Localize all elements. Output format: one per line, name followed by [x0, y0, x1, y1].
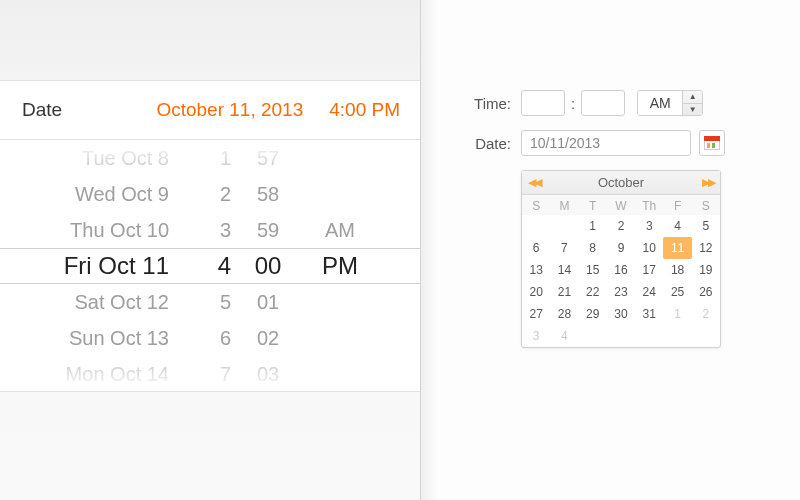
picker-hour-option[interactable]: 2 — [185, 176, 231, 212]
calendar-next-icon[interactable]: ▶▶ — [702, 176, 714, 189]
calendar-day[interactable]: 16 — [607, 259, 635, 281]
calendar-day[interactable]: 1 — [579, 215, 607, 237]
date-summary-row[interactable]: Date October 11, 2013 4:00 PM — [0, 80, 420, 140]
picker-minute-option[interactable]: 02 — [238, 320, 298, 356]
picker-hour-option[interactable]: 7 — [185, 356, 231, 392]
calendar-day[interactable]: 18 — [663, 259, 691, 281]
calendar-day-other-month[interactable]: 1 — [663, 303, 691, 325]
picker-hour-option[interactable]: 5 — [185, 284, 231, 320]
picker-hour-option-selected[interactable]: 4 — [185, 248, 231, 284]
calendar-day-selected[interactable]: 11 — [663, 237, 691, 259]
calendar-day[interactable]: 5 — [692, 215, 720, 237]
picker-columns: Tue Oct 8 Wed Oct 9 Thu Oct 10 Fri Oct 1… — [0, 140, 420, 392]
picker-ampm-option[interactable] — [310, 176, 370, 212]
picker-ampm-option[interactable] — [310, 140, 370, 176]
picker-minute-option-selected[interactable]: 00 — [238, 248, 298, 284]
picker-hour-option[interactable]: 1 — [185, 140, 231, 176]
stepper-down-icon[interactable]: ▼ — [683, 104, 702, 116]
calendar-day[interactable]: 19 — [692, 259, 720, 281]
calendar-day[interactable]: 9 — [607, 237, 635, 259]
picker-minute-option[interactable]: 59 — [238, 212, 298, 248]
picker-day-option[interactable]: Mon Oct 14 — [0, 356, 169, 392]
date-row: Date: — [461, 130, 800, 156]
calendar-day[interactable]: 27 — [522, 303, 550, 325]
calendar-day[interactable]: 3 — [635, 215, 663, 237]
calendar-day[interactable]: 22 — [579, 281, 607, 303]
calendar-day[interactable]: 12 — [692, 237, 720, 259]
date-row-label: Date — [22, 99, 62, 121]
calendar-day[interactable]: 30 — [607, 303, 635, 325]
calendar-day[interactable]: 6 — [522, 237, 550, 259]
ampm-value[interactable]: AM — [638, 91, 682, 115]
picker-ampm-column[interactable]: AM PM — [310, 140, 370, 392]
calendar-day[interactable]: 31 — [635, 303, 663, 325]
picker-day-option[interactable]: Sat Oct 12 — [0, 284, 169, 320]
calendar-day[interactable]: 17 — [635, 259, 663, 281]
calendar-day[interactable]: 14 — [550, 259, 578, 281]
picker-ampm-option-selected[interactable]: PM — [310, 248, 370, 284]
calendar-day[interactable]: 21 — [550, 281, 578, 303]
calendar-day[interactable]: 8 — [579, 237, 607, 259]
open-calendar-button[interactable] — [699, 130, 725, 156]
calendar-dow: S — [692, 195, 720, 215]
calendar-day[interactable]: 7 — [550, 237, 578, 259]
picker-hour-option[interactable]: 3 — [185, 212, 231, 248]
time-colon: : — [571, 95, 575, 112]
date-input[interactable] — [521, 130, 691, 156]
calendar-day[interactable]: 24 — [635, 281, 663, 303]
picker-minute-option[interactable]: 57 — [238, 140, 298, 176]
picker-day-column[interactable]: Tue Oct 8 Wed Oct 9 Thu Oct 10 Fri Oct 1… — [0, 140, 175, 392]
stepper-up-icon[interactable]: ▲ — [683, 91, 702, 104]
calendar-icon — [704, 136, 720, 150]
calendar-day-blank — [522, 215, 550, 237]
calendar-popup: ◀◀ October ▶▶ SMTWThFS123456789101112131… — [521, 170, 721, 348]
calendar-day[interactable]: 29 — [579, 303, 607, 325]
ampm-stepper: AM ▲ ▼ — [637, 90, 703, 116]
picker-day-option[interactable]: Tue Oct 8 — [0, 140, 169, 176]
calendar-day[interactable]: 2 — [607, 215, 635, 237]
calendar-day-other-month[interactable]: 2 — [692, 303, 720, 325]
calendar-day-blank — [550, 215, 578, 237]
mobile-datetime-pane: Date October 11, 2013 4:00 PM Tue Oct 8 … — [0, 0, 420, 500]
picker-ampm-option[interactable] — [310, 356, 370, 392]
calendar-dow: M — [550, 195, 578, 215]
picker-day-option[interactable]: Wed Oct 9 — [0, 176, 169, 212]
calendar-day[interactable]: 13 — [522, 259, 550, 281]
time-label: Time: — [461, 95, 511, 112]
calendar-prev-icon[interactable]: ◀◀ — [528, 176, 540, 189]
calendar-month-label: October — [598, 175, 644, 190]
picker-hour-option[interactable]: 6 — [185, 320, 231, 356]
time-row: Time: : AM ▲ ▼ — [461, 90, 800, 116]
calendar-day[interactable]: 15 — [579, 259, 607, 281]
picker-ampm-option[interactable] — [310, 284, 370, 320]
calendar-dow: Th — [635, 195, 663, 215]
calendar-day[interactable]: 23 — [607, 281, 635, 303]
calendar-day[interactable]: 28 — [550, 303, 578, 325]
calendar-dow: F — [663, 195, 691, 215]
calendar-day-other-month[interactable]: 3 — [522, 325, 550, 347]
minute-input[interactable] — [581, 90, 625, 116]
calendar-day[interactable]: 4 — [663, 215, 691, 237]
ampm-stepper-buttons: ▲ ▼ — [682, 91, 702, 115]
calendar-day[interactable]: 25 — [663, 281, 691, 303]
datetime-wheel-picker[interactable]: Tue Oct 8 Wed Oct 9 Thu Oct 10 Fri Oct 1… — [0, 140, 420, 392]
selected-time-value: 4:00 PM — [329, 99, 400, 121]
picker-ampm-option[interactable] — [310, 320, 370, 356]
calendar-day[interactable]: 20 — [522, 281, 550, 303]
picker-ampm-option[interactable]: AM — [310, 212, 370, 248]
picker-day-option[interactable]: Sun Oct 13 — [0, 320, 169, 356]
picker-day-option-selected[interactable]: Fri Oct 11 — [0, 248, 169, 284]
picker-minute-option[interactable]: 03 — [238, 356, 298, 392]
calendar-day[interactable]: 10 — [635, 237, 663, 259]
calendar-day-other-month[interactable]: 4 — [550, 325, 578, 347]
calendar-grid: SMTWThFS12345678910111213141516171819202… — [522, 195, 720, 347]
selected-date-value: October 11, 2013 — [156, 99, 303, 121]
picker-day-option[interactable]: Thu Oct 10 — [0, 212, 169, 248]
calendar-header: ◀◀ October ▶▶ — [522, 171, 720, 195]
hour-input[interactable] — [521, 90, 565, 116]
picker-hour-column[interactable]: 1 2 3 4 5 6 7 — [185, 140, 235, 392]
picker-minute-column[interactable]: 57 58 59 00 01 02 03 — [238, 140, 298, 392]
picker-minute-option[interactable]: 58 — [238, 176, 298, 212]
picker-minute-option[interactable]: 01 — [238, 284, 298, 320]
calendar-day[interactable]: 26 — [692, 281, 720, 303]
